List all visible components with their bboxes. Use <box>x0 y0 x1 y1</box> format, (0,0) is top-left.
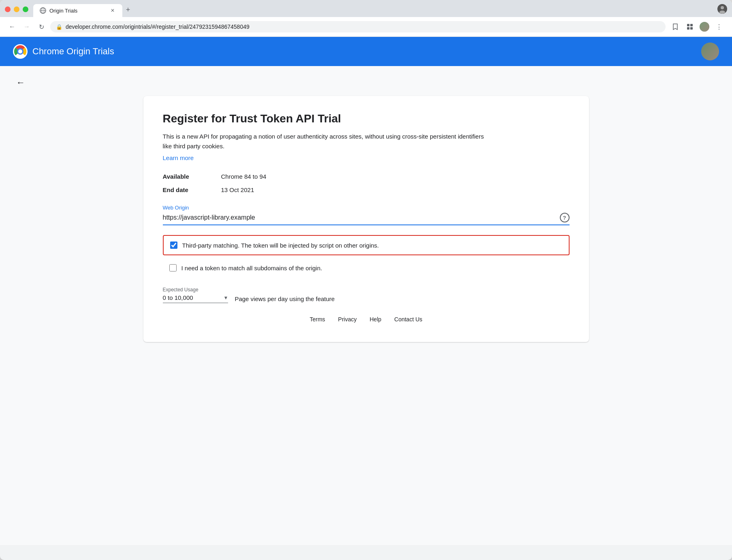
contact-us-link[interactable]: Contact Us <box>394 316 422 323</box>
site-header-title: Chrome Origin Trials <box>32 46 114 57</box>
privacy-link[interactable]: Privacy <box>338 316 357 323</box>
page-content: ← Register for Trust Token API Trial Thi… <box>0 66 732 545</box>
svg-rect-7 <box>690 24 693 26</box>
card-footer: Terms Privacy Help Contact Us <box>163 316 570 323</box>
user-profile-button[interactable] <box>698 20 711 33</box>
address-bar: ← → ↻ 🔒 developer.chrome.com/origintrial… <box>0 17 732 37</box>
maximize-button[interactable] <box>23 6 28 12</box>
expected-usage-label: Expected Usage <box>163 287 570 293</box>
lock-icon: 🔒 <box>56 24 62 30</box>
svg-point-12 <box>18 49 22 53</box>
site-header-left: Chrome Origin Trials <box>13 44 114 59</box>
subdomain-checkbox-row: I need a token to match all subdomains o… <box>163 259 570 277</box>
back-nav-button[interactable]: ← <box>6 21 18 32</box>
web-origin-field-row: ? <box>163 212 570 225</box>
select-arrow-icon: ▼ <box>224 295 228 301</box>
available-label: Available <box>163 173 211 180</box>
third-party-checkbox-row: Third-party matching. The token will be … <box>163 235 570 255</box>
site-header: Chrome Origin Trials <box>0 37 732 66</box>
browser-profile-icon[interactable] <box>717 4 727 14</box>
checkbox-section: Third-party matching. The token will be … <box>163 235 570 277</box>
tab-bar: Origin Trials ✕ + <box>33 4 717 17</box>
tab-title: Origin Trials <box>49 8 106 14</box>
url-bar[interactable]: 🔒 developer.chrome.com/origintrials/#/re… <box>50 21 666 32</box>
usage-description: Page views per day using the feature <box>235 295 335 302</box>
forward-nav-button[interactable]: → <box>21 21 32 32</box>
end-date-label: End date <box>163 186 211 193</box>
web-origin-input[interactable] <box>163 212 555 223</box>
usage-select-wrapper: 0 to 10,000 10,000 to 100,000 100,000 to… <box>163 294 228 303</box>
available-value: Chrome 84 to 94 <box>221 173 570 180</box>
close-button[interactable] <box>5 6 11 12</box>
svg-rect-9 <box>690 27 693 30</box>
end-date-value: 13 Oct 2021 <box>221 186 570 193</box>
usage-row: 0 to 10,000 10,000 to 100,000 100,000 to… <box>163 294 570 303</box>
new-tab-button[interactable]: + <box>122 4 134 15</box>
third-party-checkbox[interactable] <box>170 242 177 249</box>
web-origin-section: Web Origin ? <box>163 205 570 225</box>
extensions-button[interactable] <box>683 20 696 33</box>
window-controls <box>5 6 28 17</box>
svg-rect-8 <box>687 27 689 30</box>
subdomain-checkbox[interactable] <box>169 264 177 271</box>
address-actions: ⋮ <box>669 20 726 33</box>
learn-more-link[interactable]: Learn more <box>163 154 194 161</box>
browser-window: Origin Trials ✕ + ← → ↻ 🔒 developer.chro… <box>0 0 732 560</box>
web-origin-label: Web Origin <box>163 205 570 211</box>
title-bar: Origin Trials ✕ + <box>0 0 732 17</box>
menu-button[interactable]: ⋮ <box>713 20 726 33</box>
expected-usage-section: Expected Usage 0 to 10,000 10,000 to 100… <box>163 287 570 303</box>
page-back-button[interactable]: ← <box>13 76 28 90</box>
tab-favicon-icon <box>40 7 46 14</box>
usage-select[interactable]: 0 to 10,000 10,000 to 100,000 100,000 to… <box>163 294 220 301</box>
minimize-button[interactable] <box>14 6 19 12</box>
url-text: developer.chrome.com/origintrials/#/regi… <box>66 24 250 30</box>
help-link[interactable]: Help <box>369 316 381 323</box>
help-icon-button[interactable]: ? <box>560 213 570 222</box>
bookmark-button[interactable] <box>669 20 682 33</box>
card-description: This is a new API for propagating a noti… <box>163 132 487 151</box>
tab-close-button[interactable]: ✕ <box>109 7 116 14</box>
active-tab[interactable]: Origin Trials ✕ <box>33 4 122 17</box>
terms-link[interactable]: Terms <box>309 316 325 323</box>
svg-point-4 <box>721 6 724 9</box>
registration-card: Register for Trust Token API Trial This … <box>143 96 589 342</box>
site-header-avatar[interactable] <box>701 43 719 60</box>
info-grid: Available Chrome 84 to 94 End date 13 Oc… <box>163 173 570 193</box>
subdomain-checkbox-label[interactable]: I need a token to match all subdomains o… <box>181 265 322 271</box>
chrome-logo-icon <box>13 44 28 59</box>
svg-point-5 <box>719 11 725 14</box>
third-party-checkbox-label[interactable]: Third-party matching. The token will be … <box>182 242 379 249</box>
card-title: Register for Trust Token API Trial <box>163 112 570 125</box>
reload-button[interactable]: ↻ <box>36 21 47 32</box>
svg-rect-6 <box>687 24 689 26</box>
